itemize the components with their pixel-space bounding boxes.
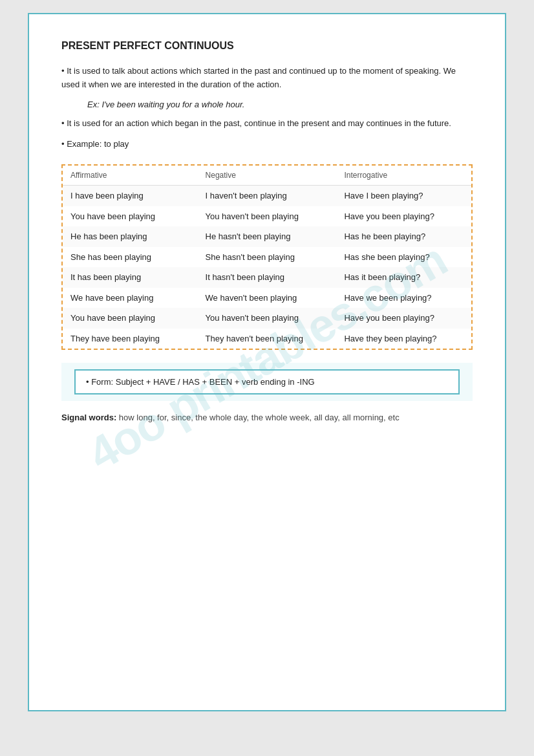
cell-affirmative: We have been playing	[63, 288, 198, 308]
conjugation-table-outer: Affirmative Negative Interrogative I hav…	[61, 164, 473, 350]
cell-interrogative: Have you been playing?	[336, 308, 471, 329]
signal-label: Signal words:	[61, 413, 116, 422]
description-1: • It is used to talk about actions which…	[61, 65, 473, 92]
cell-negative: They haven't been playing	[198, 329, 337, 349]
cell-affirmative: It has been playing	[63, 267, 198, 288]
cell-negative: You haven't been playing	[198, 206, 337, 227]
header-interrogative: Interrogative	[336, 166, 471, 186]
description-3: • Example: to play	[61, 138, 473, 151]
cell-affirmative: He has been playing	[63, 226, 198, 247]
cell-negative: It hasn't been playing	[198, 267, 337, 288]
table-row: You have been playingYou haven't been pl…	[63, 308, 471, 329]
cell-negative: She hasn't been playing	[198, 247, 337, 268]
description-2: • It is used for an action which began i…	[61, 117, 473, 131]
cell-interrogative: Has he been playing?	[336, 226, 471, 247]
description-1-text: • It is used to talk about actions which…	[61, 66, 456, 89]
table-row: We have been playingWe haven't been play…	[63, 288, 471, 308]
table-body: I have been playingI haven't been playin…	[63, 186, 471, 349]
header-negative: Negative	[198, 166, 337, 186]
table-row: She has been playingShe hasn't been play…	[63, 247, 471, 268]
cell-negative: You haven't been playing	[198, 308, 337, 329]
description-2-text: • It is used for an action which began i…	[61, 118, 451, 128]
table-row: He has been playingHe hasn't been playin…	[63, 226, 471, 247]
page-title: PRESENT PERFECT CONTINUOUS	[61, 40, 473, 52]
header-affirmative: Affirmative	[63, 166, 198, 186]
cell-interrogative: Has she been playing?	[336, 247, 471, 268]
signal-words-block: Signal words: how long, for, since, the …	[61, 411, 473, 425]
description-3-text: • Example: to play	[61, 139, 129, 149]
table-header-row: Affirmative Negative Interrogative	[63, 166, 471, 186]
conjugation-table: Affirmative Negative Interrogative I hav…	[63, 166, 471, 349]
example-1: Ex: I've been waiting you for a whole ho…	[61, 100, 473, 109]
form-text: • Form: Subject + HAVE / HAS + BEEN + ve…	[86, 377, 315, 387]
table-row: They have been playingThey haven't been …	[63, 329, 471, 349]
cell-interrogative: Have you been playing?	[336, 206, 471, 227]
cell-interrogative: Has it been playing?	[336, 267, 471, 288]
cell-negative: He hasn't been playing	[198, 226, 337, 247]
cell-interrogative: Have they been playing?	[336, 329, 471, 349]
cell-interrogative: Have I been playing?	[336, 186, 471, 206]
signal-words-text: how long, for, since, the whole day, the…	[116, 413, 399, 422]
cell-negative: I haven't been playing	[198, 186, 337, 206]
table-row: You have been playingYou haven't been pl…	[63, 206, 471, 227]
form-box-outer: • Form: Subject + HAVE / HAS + BEEN + ve…	[61, 363, 473, 401]
cell-affirmative: She has been playing	[63, 247, 198, 268]
cell-affirmative: I have been playing	[63, 186, 198, 206]
cell-negative: We haven't been playing	[198, 288, 337, 308]
cell-affirmative: You have been playing	[63, 308, 198, 329]
table-row: It has been playingIt hasn't been playin…	[63, 267, 471, 288]
cell-affirmative: They have been playing	[63, 329, 198, 349]
cell-interrogative: Have we been playing?	[336, 288, 471, 308]
table-row: I have been playingI haven't been playin…	[63, 186, 471, 206]
form-box-inner: • Form: Subject + HAVE / HAS + BEEN + ve…	[74, 369, 460, 394]
page-container: 4oo printables.com PRESENT PERFECT CONTI…	[28, 13, 506, 711]
cell-affirmative: You have been playing	[63, 206, 198, 227]
